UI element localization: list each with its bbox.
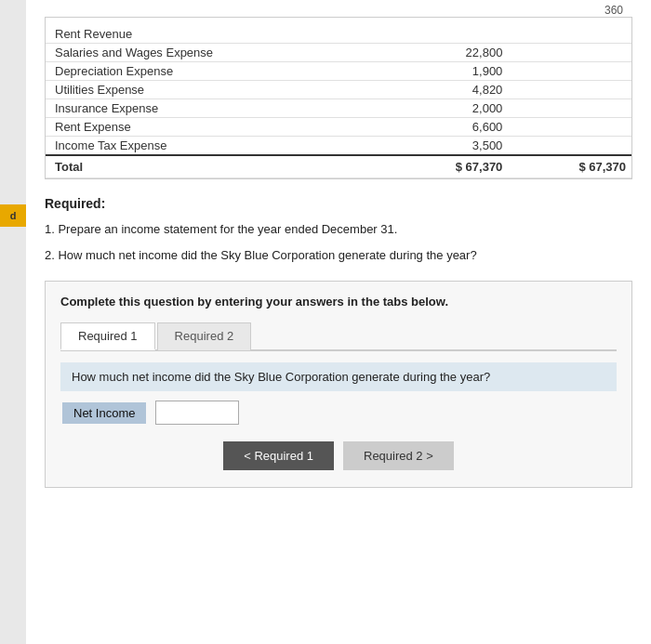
row-name: Income Tax Expense bbox=[46, 137, 385, 156]
row-amt2 bbox=[508, 44, 631, 62]
expense-table: Rent Revenue Salaries and Wages Expense … bbox=[46, 25, 631, 178]
total-amt2: $ 67,370 bbox=[508, 155, 631, 178]
page-wrapper: d 360 Rent Revenue Salaries and Wages Ex… bbox=[0, 0, 651, 644]
row-amt1: 4,820 bbox=[385, 81, 509, 99]
net-income-input[interactable] bbox=[155, 401, 239, 425]
required-item-2: 2. How much net income did the Sky Blue … bbox=[45, 246, 632, 265]
nav-required1-label: < Required 1 bbox=[244, 449, 313, 463]
nav-required2-label: Required 2 > bbox=[364, 449, 433, 463]
net-income-row: Net Income bbox=[62, 401, 617, 425]
row-amt2 bbox=[508, 118, 631, 137]
required-section: Required: 1. Prepare an income statement… bbox=[45, 179, 632, 281]
row-name: Rent Expense bbox=[46, 118, 385, 137]
table-row: Utilities Expense 4,820 bbox=[46, 81, 631, 99]
main-content: 360 Rent Revenue Salaries and Wages Expe… bbox=[26, 0, 651, 516]
tab-required-2[interactable]: Required 2 bbox=[157, 322, 252, 350]
tab-required-1[interactable]: Required 1 bbox=[60, 322, 155, 350]
row-amt2 bbox=[508, 137, 631, 156]
net-income-label: Net Income bbox=[62, 402, 146, 424]
table-row: Rent Expense 6,600 bbox=[46, 118, 631, 137]
row-amt1: 2,000 bbox=[385, 99, 509, 118]
row-amt1: 6,600 bbox=[385, 118, 509, 137]
table-row: Rent Revenue bbox=[46, 25, 631, 44]
row-amt1: 3,500 bbox=[385, 137, 509, 156]
row-amt1: 22,800 bbox=[385, 44, 509, 62]
row-amt2 bbox=[508, 62, 631, 81]
required-heading: Required: bbox=[45, 196, 632, 211]
row-amt1 bbox=[385, 25, 509, 44]
row-name: Rent Revenue bbox=[46, 25, 385, 44]
total-label: Total bbox=[46, 155, 385, 178]
tabs-row: Required 1 Required 2 bbox=[60, 322, 617, 351]
total-row: Total $ 67,370 $ 67,370 bbox=[46, 155, 631, 178]
question-panel: How much net income did the Sky Blue Cor… bbox=[60, 362, 617, 391]
table-row: Insurance Expense 2,000 bbox=[46, 99, 631, 118]
req-item-1-text: 1. Prepare an income statement for the y… bbox=[45, 222, 397, 236]
table-row: Salaries and Wages Expense 22,800 bbox=[46, 44, 631, 62]
left-badge: d bbox=[0, 204, 26, 227]
row-name: Insurance Expense bbox=[46, 99, 385, 118]
complete-box: Complete this question by entering your … bbox=[45, 281, 632, 488]
left-strip: d bbox=[0, 0, 26, 644]
complete-instruction: Complete this question by entering your … bbox=[60, 295, 617, 309]
row-name: Depreciation Expense bbox=[46, 62, 385, 81]
row-amt2 bbox=[508, 99, 631, 118]
table-row: Income Tax Expense 3,500 bbox=[46, 137, 631, 156]
nav-buttons: < Required 1 Required 2 > bbox=[60, 441, 617, 470]
nav-required2-button[interactable]: Required 2 > bbox=[343, 441, 454, 470]
req-item-2-text: 2. How much net income did the Sky Blue … bbox=[45, 248, 477, 262]
row-name: Salaries and Wages Expense bbox=[46, 44, 385, 62]
table-row: Depreciation Expense 1,900 bbox=[46, 62, 631, 81]
row-name: Utilities Expense bbox=[46, 81, 385, 99]
required-item-1: 1. Prepare an income statement for the y… bbox=[45, 220, 632, 239]
expense-table-section: Rent Revenue Salaries and Wages Expense … bbox=[45, 17, 632, 179]
table-wrapper: 360 Rent Revenue Salaries and Wages Expe… bbox=[45, 0, 632, 179]
row-amt2 bbox=[508, 25, 631, 44]
total-amt1: $ 67,370 bbox=[385, 155, 509, 178]
nav-required1-button[interactable]: < Required 1 bbox=[223, 441, 334, 470]
row-amt2 bbox=[508, 81, 631, 99]
row-amt1: 1,900 bbox=[385, 62, 509, 81]
top-right-value: 360 bbox=[45, 0, 632, 17]
